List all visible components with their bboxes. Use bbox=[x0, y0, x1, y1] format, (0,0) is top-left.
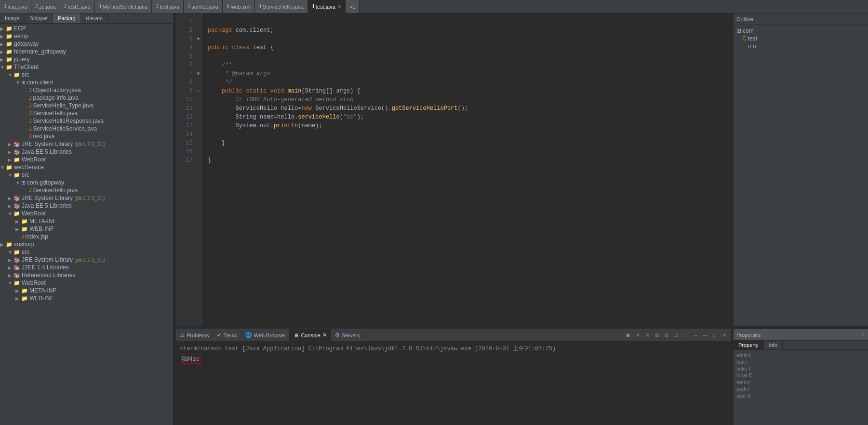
expand-arrow[interactable]: ▶ bbox=[8, 142, 13, 147]
tree-item-xushuqi[interactable]: ▶ 📁 xushuqi bbox=[0, 240, 173, 248]
tab-myfirstservlet[interactable]: J MyFirstServlet.java bbox=[95, 0, 152, 13]
expand-arrow[interactable]: ▶ bbox=[0, 34, 6, 39]
tab-testjava-active[interactable]: J test.java ✕ bbox=[308, 0, 346, 13]
tree-item-src-3[interactable]: ▼ 📁 src bbox=[0, 248, 173, 256]
expand-arrow[interactable]: ▶ bbox=[8, 157, 13, 162]
tree-item-servicehello-service[interactable]: J ServiceHelloService.java bbox=[0, 125, 173, 133]
toolbar-btn-4[interactable]: ⊞ bbox=[653, 331, 661, 340]
expand-arrow[interactable]: ▶ bbox=[15, 226, 21, 232]
tab-close-button[interactable]: ✕ bbox=[337, 4, 341, 9]
tree-item-src-1[interactable]: ▼ 📁 src bbox=[0, 71, 173, 79]
tree-item-objectfactory[interactable]: J ObjectFactory.java bbox=[0, 86, 173, 94]
tree-item-jre-2[interactable]: ▶ 📚 JRE System Library [jdk1.7.0_51] bbox=[0, 194, 173, 202]
toolbar-btn-8[interactable]: ↔ bbox=[691, 331, 700, 340]
tree-item-src-2[interactable]: ▼ 📁 src bbox=[0, 171, 173, 179]
tree-item-servicehello-gdtopway[interactable]: J ServiceHello.java bbox=[0, 186, 173, 194]
tree-item-j2ee[interactable]: ▶ 📚 J2EE 1.4 Libraries bbox=[0, 264, 173, 271]
code-text[interactable]: package com.client; public class test { … bbox=[202, 13, 731, 326]
expand-arrow[interactable]: ▶ bbox=[0, 57, 6, 62]
tab-overflow[interactable]: »1 bbox=[346, 0, 360, 13]
expand-arrow[interactable]: ▶ bbox=[8, 203, 13, 209]
expand-arrow[interactable]: ▶ bbox=[8, 273, 13, 278]
expand-arrow[interactable]: ▶ bbox=[15, 219, 21, 224]
expand-arrow[interactable]: ▼ bbox=[15, 80, 21, 85]
expand-arrow[interactable]: ▼ bbox=[0, 65, 6, 70]
tree-item-webroot-1[interactable]: ▶ 📁 WebRoot bbox=[0, 156, 173, 163]
tree-item-referenced-libs[interactable]: ▶ 📚 Referenced Libraries bbox=[0, 271, 173, 279]
expand-arrow[interactable]: ▼ bbox=[8, 173, 13, 178]
tree-item-ecp[interactable]: ▶ 📁 ECP bbox=[0, 25, 173, 32]
tree-item-packageinfo[interactable]: J package-info.java bbox=[0, 94, 173, 102]
outline-tree[interactable]: ⊞ com C test n n bbox=[734, 25, 868, 326]
tab-servlet[interactable]: J servlet.java bbox=[184, 0, 223, 13]
toolbar-btn-6[interactable]: ⊡ bbox=[672, 331, 681, 340]
tab-webxml[interactable]: X web.xml bbox=[223, 0, 255, 13]
tree-item-webservice[interactable]: ▼ 📁 webService bbox=[0, 163, 173, 171]
properties-tab-info[interactable]: Info bbox=[764, 341, 783, 349]
properties-tab-property[interactable]: Property bbox=[734, 341, 764, 349]
tab-package[interactable]: Packag bbox=[53, 13, 81, 23]
tab-problems[interactable]: ⚠ Problems bbox=[176, 329, 213, 342]
outline-maximize-btn[interactable]: □ bbox=[862, 16, 865, 22]
tree-item-eemp[interactable]: ▶ 📁 eemp bbox=[0, 32, 173, 40]
tree-item-indexjsp[interactable]: J index.jsp bbox=[0, 233, 173, 240]
properties-minimize-btn[interactable]: — bbox=[853, 332, 857, 337]
tree-item-servicehello-type[interactable]: J ServiceHello_Type.java bbox=[0, 102, 173, 109]
tree-item-webroot-3[interactable]: ▼ 📁 WebRoot bbox=[0, 279, 173, 287]
outline-minimize-btn[interactable]: — bbox=[855, 16, 860, 22]
expand-arrow[interactable]: ▼ bbox=[8, 72, 13, 78]
console-close-button[interactable]: ✕ bbox=[322, 332, 327, 338]
tree-item-javaee-2[interactable]: ▶ 📚 Java EE 5 Libraries bbox=[0, 202, 173, 210]
expand-arrow[interactable]: ▶ bbox=[8, 196, 13, 201]
tab-testjava[interactable]: J test.java bbox=[152, 0, 184, 13]
tree-item-servicehello-response[interactable]: J ServiceHelloResponse.java bbox=[0, 117, 173, 125]
tab-image[interactable]: Image bbox=[0, 13, 25, 23]
tab-hierarchy[interactable]: Hierarc bbox=[81, 13, 108, 23]
tab-servicehello[interactable]: J ServiceHello.java bbox=[255, 0, 308, 13]
package-explorer-tree[interactable]: ▶ 📁 ECP ▶ 📁 eemp ▶ 📁 gdtopway ▶ 📁 hibern… bbox=[0, 24, 173, 425]
tab-tasks[interactable]: ✔ Tasks bbox=[213, 329, 241, 342]
toolbar-close[interactable]: ✕ bbox=[720, 331, 729, 340]
tab-test1[interactable]: J test1.java bbox=[60, 0, 95, 13]
expand-arrow[interactable]: ▶ bbox=[8, 257, 13, 263]
expand-arrow[interactable]: ▶ bbox=[0, 41, 6, 47]
tree-item-com-client[interactable]: ▼ ⊞ com.client bbox=[0, 79, 173, 86]
expand-arrow[interactable]: ▼ bbox=[8, 211, 13, 216]
tree-item-metainf-1[interactable]: ▶ 📁 META-INF bbox=[0, 217, 173, 225]
tree-item-servicehello-java[interactable]: J ServiceHello.java bbox=[0, 109, 173, 117]
tab-zc[interactable]: J zc.java bbox=[31, 0, 60, 13]
expand-arrow[interactable]: ▼ bbox=[15, 180, 21, 186]
tree-item-test-java[interactable]: J test.java bbox=[0, 133, 173, 140]
tab-xsq[interactable]: J xsq.java bbox=[0, 0, 31, 13]
tab-servers[interactable]: ⚙ Servers bbox=[331, 329, 364, 342]
tree-item-webroot-2[interactable]: ▼ 📁 WebRoot bbox=[0, 210, 173, 217]
tree-item-webinf-2[interactable]: ▶ 📁 WEB-INF bbox=[0, 294, 173, 302]
outline-item-test[interactable]: C test bbox=[736, 35, 865, 42]
toolbar-btn-1[interactable]: ⏹ bbox=[624, 331, 632, 340]
tree-item-gdtopway[interactable]: ▶ 📁 gdtopway bbox=[0, 40, 173, 48]
tree-item-theclient[interactable]: ▼ 📁 TheClient bbox=[0, 63, 173, 71]
expand-arrow[interactable]: ▶ bbox=[0, 49, 6, 54]
tree-item-jre-3[interactable]: ▶ 📚 JRE System Library [jdk1.7.0_51] bbox=[0, 256, 173, 264]
toolbar-btn-3[interactable]: ⎘ bbox=[643, 331, 652, 340]
toolbar-btn-7[interactable]: ↕ bbox=[681, 331, 690, 340]
tree-item-jre[interactable]: ▶ 📚 JRE System Library [jdk1.7.0_51] bbox=[0, 140, 173, 148]
expand-arrow[interactable]: ▼ bbox=[0, 165, 6, 170]
outline-item-com[interactable]: ⊞ com bbox=[736, 27, 865, 35]
toolbar-btn-5[interactable]: ⊟ bbox=[662, 331, 671, 340]
tab-web-browser[interactable]: 🌐 Web Browser bbox=[241, 329, 290, 342]
tab-snippet[interactable]: Snippet bbox=[25, 13, 53, 23]
toolbar-btn-2[interactable]: ✕ bbox=[633, 331, 642, 340]
tree-item-metainf-2[interactable]: ▶ 📁 META-INF bbox=[0, 287, 173, 294]
toolbar-minimize[interactable]: — bbox=[701, 331, 709, 340]
expand-arrow[interactable]: ▶ bbox=[0, 26, 6, 31]
properties-maximize-btn[interactable]: □ bbox=[862, 332, 865, 337]
expand-arrow[interactable]: ▶ bbox=[0, 242, 6, 247]
tree-item-webinf-1[interactable]: ▶ 📁 WEB-INF bbox=[0, 225, 173, 233]
tree-item-hibernate[interactable]: ▶ 📁 hibernate_gdtopway bbox=[0, 48, 173, 55]
tree-item-jquery[interactable]: ▶ 📁 jquery bbox=[0, 55, 173, 63]
tree-item-com-gdtopway[interactable]: ▼ ⊞ com.gdtopway bbox=[0, 179, 173, 186]
expand-arrow[interactable]: ▼ bbox=[8, 280, 13, 286]
outline-item-n[interactable]: n n bbox=[736, 42, 865, 50]
toolbar-maximize[interactable]: □ bbox=[710, 331, 719, 340]
